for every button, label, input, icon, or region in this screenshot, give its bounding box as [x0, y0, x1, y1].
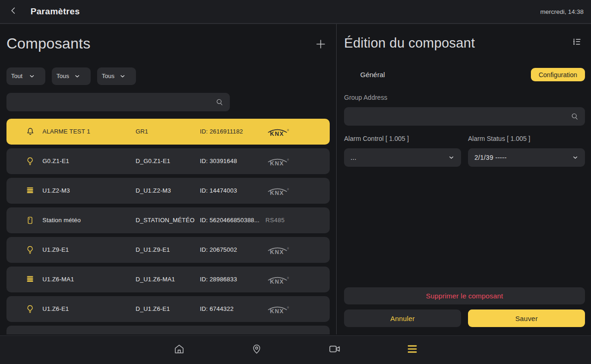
- home-icon: [173, 343, 185, 357]
- component-name: G0.Z1-E1: [43, 158, 135, 164]
- tab-configuration[interactable]: Configuration: [531, 68, 585, 81]
- page-title: Paramètres: [31, 6, 80, 17]
- location-icon: [251, 343, 263, 357]
- alarm-status-value: 2/1/39 -----: [474, 154, 507, 161]
- back-button[interactable]: [7, 6, 19, 18]
- svg-text:®: ®: [287, 247, 289, 250]
- component-row[interactable]: U1.Z6-E1 D_U1.Z6-E1 ID: 6744322 KNX®: [6, 296, 330, 322]
- group-address-label: Group Address: [344, 94, 585, 102]
- alarm-control-label: Alarm Control [ 1.005 ]: [344, 135, 461, 143]
- component-search-box: [6, 93, 230, 111]
- filter-dropdown-1[interactable]: Tout: [6, 67, 45, 85]
- components-title: Composants: [6, 34, 91, 53]
- delete-component-button[interactable]: Supprimer le composant: [344, 287, 585, 304]
- alarm-control-value: ...: [351, 154, 357, 161]
- component-row[interactable]: G0.Z1-E1 D_G0.Z1-E1 ID: 30391648 KNX®: [6, 148, 330, 174]
- component-name: U1.Z6-E1: [43, 305, 135, 312]
- component-id: ID: 14474003: [200, 187, 265, 194]
- svg-text:KNX: KNX: [270, 249, 284, 255]
- bulb-icon: [25, 156, 36, 166]
- menu-icon: [406, 342, 419, 358]
- bulb-icon: [25, 334, 36, 334]
- knx-logo: KNX®: [265, 185, 325, 196]
- filter-dropdown-2[interactable]: Tous: [52, 67, 91, 85]
- component-name: U1.Z2-M3: [43, 187, 135, 194]
- component-group: D_U1.Z6-E1: [135, 305, 200, 312]
- component-row[interactable]: U1.Z6-MA1 D_U1.Z6-MA1 ID: 28986833 KNX®: [6, 267, 330, 292]
- alarm-status-label: Alarm Status [ 1.005 ]: [468, 135, 585, 143]
- plus-icon: [314, 44, 327, 52]
- component-group: D_STATION_MÉTÉO: [135, 217, 200, 224]
- nav-item-camera[interactable]: [296, 342, 373, 358]
- component-row[interactable]: Station météo D_STATION_MÉTÉO ID: 562046…: [6, 207, 330, 233]
- add-component-button[interactable]: [314, 38, 327, 52]
- knx-logo: KNX®: [265, 333, 325, 334]
- bottom-nav: [0, 335, 591, 364]
- svg-text:KNX: KNX: [270, 190, 284, 196]
- alarm-control-select[interactable]: ...: [344, 148, 461, 167]
- tree-view-button[interactable]: [572, 37, 582, 49]
- component-group: D_G0.Z1-E1: [135, 158, 200, 164]
- chevron-down-icon: [119, 73, 126, 79]
- top-bar: Paramètres mercredi, 14:38: [0, 0, 591, 24]
- component-group: D_U1.Z6-MA1: [135, 276, 200, 283]
- svg-text:®: ®: [287, 306, 289, 309]
- chevron-left-icon: [8, 6, 18, 18]
- component-id: ID: 2616911182: [200, 128, 265, 135]
- clock-label: mercredi, 14:38: [540, 8, 584, 15]
- component-row[interactable]: U1.Z2-M3 D_U1.Z2-M3 ID: 14474003 KNX®: [6, 178, 330, 204]
- filter-label: Tous: [56, 73, 71, 79]
- knx-logo: KNX®: [265, 156, 325, 167]
- svg-text:®: ®: [287, 277, 289, 279]
- svg-text:KNX: KNX: [270, 279, 284, 285]
- search-icon: [215, 97, 224, 107]
- alarm-status-select[interactable]: 2/1/39 -----: [468, 148, 585, 167]
- component-editor-panel: Édition du composant Général Configurati…: [337, 24, 591, 334]
- svg-text:®: ®: [287, 188, 289, 191]
- svg-text:®: ®: [287, 158, 289, 161]
- bulb-icon: [25, 245, 36, 255]
- filter-label: Tout: [11, 73, 26, 79]
- nav-item-home[interactable]: [140, 343, 218, 357]
- editor-tabs: Général Configuration: [344, 68, 585, 81]
- component-id: ID: 6744322: [200, 305, 265, 312]
- component-row[interactable]: U1.Z9-E1 D_U1.Z9-E1 ID: 20675002 KNX®: [6, 237, 330, 263]
- chevron-down-icon: [572, 154, 579, 161]
- component-id: ID: 28986833: [200, 276, 265, 283]
- group-address-box: [344, 107, 585, 126]
- bulb-icon: [25, 304, 36, 314]
- component-search-input[interactable]: [12, 98, 215, 106]
- component-id: ID: 30391648: [200, 158, 265, 164]
- bell-icon: [25, 126, 36, 137]
- knx-logo: KNX®: [265, 274, 325, 285]
- filter-bar: Tout Tous Tous: [6, 67, 330, 85]
- save-button[interactable]: Sauver: [468, 309, 585, 327]
- component-row[interactable]: ALARME TEST 1 GR1 ID: 2616911182 KNX®: [6, 119, 330, 145]
- filter-dropdown-3[interactable]: Tous: [97, 67, 136, 85]
- camera-icon: [328, 342, 341, 358]
- blinds-icon: [25, 186, 36, 196]
- component-id: ID: 5620466850388...: [200, 217, 265, 224]
- component-id: ID: 20675002: [200, 246, 265, 253]
- cancel-button[interactable]: Annuler: [344, 309, 461, 327]
- nav-item-menu[interactable]: [373, 342, 451, 358]
- blinds-icon: [25, 274, 36, 285]
- component-group: GR1: [135, 128, 200, 135]
- knx-logo: KNX®: [265, 303, 325, 315]
- station-icon: [25, 215, 36, 225]
- svg-text:KNX: KNX: [270, 308, 284, 315]
- tree-list-icon: [572, 41, 582, 49]
- component-group: D_U1.Z2-M3: [135, 187, 200, 194]
- protocol-label: RS485: [265, 217, 325, 224]
- svg-text:KNX: KNX: [270, 131, 284, 137]
- chevron-down-icon: [74, 73, 80, 79]
- components-panel: Composants Tout Tous Tous AL: [0, 24, 337, 334]
- editor-title: Édition du composant: [344, 34, 475, 52]
- tab-general[interactable]: Général: [360, 71, 385, 79]
- group-address-input[interactable]: [350, 113, 570, 120]
- component-group: D_U1.Z9-E1: [135, 246, 200, 253]
- svg-text:®: ®: [287, 129, 289, 132]
- svg-text:KNX: KNX: [270, 160, 284, 167]
- component-row[interactable]: KNX®: [6, 326, 330, 334]
- nav-item-location[interactable]: [218, 343, 296, 357]
